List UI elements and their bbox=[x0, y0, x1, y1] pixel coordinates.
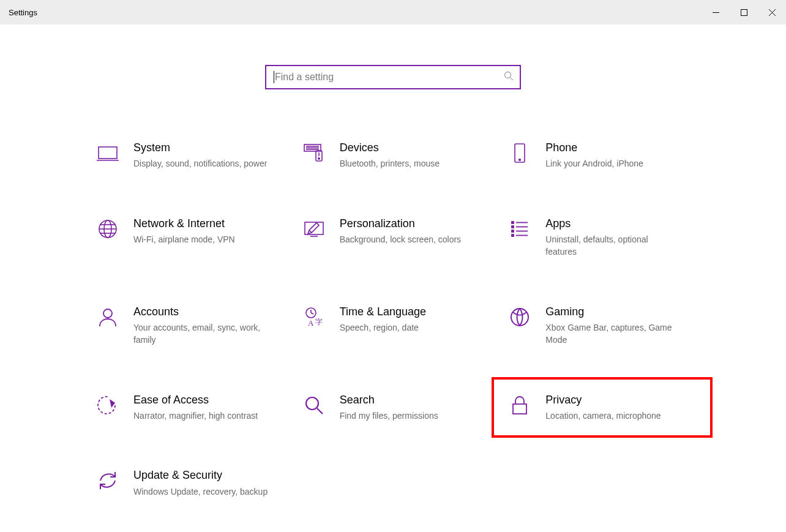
tile-title: System bbox=[133, 141, 267, 155]
tile-title: Privacy bbox=[545, 393, 661, 407]
svg-rect-41 bbox=[513, 404, 526, 414]
category-phone[interactable]: Phone Link your Android, iPhone bbox=[505, 138, 699, 173]
tile-desc: Find my files, permissions bbox=[340, 410, 438, 422]
category-devices[interactable]: Devices Bluetooth, printers, mouse bbox=[299, 138, 493, 173]
category-personalization[interactable]: Personalization Background, lock screen,… bbox=[299, 214, 493, 261]
svg-rect-30 bbox=[512, 234, 514, 236]
search-container bbox=[0, 65, 786, 89]
svg-point-32 bbox=[103, 309, 112, 318]
search-icon bbox=[504, 71, 514, 83]
tile-desc: Uninstall, defaults, optional features bbox=[545, 233, 680, 258]
svg-rect-22 bbox=[305, 222, 323, 234]
update-icon bbox=[95, 468, 120, 493]
ease-of-access-icon bbox=[95, 393, 120, 418]
category-privacy[interactable]: Privacy Location, camera, microphone bbox=[505, 391, 699, 425]
tile-text: Network & Internet Wi-Fi, airplane mode,… bbox=[133, 217, 235, 246]
tile-text: Ease of Access Narrator, magnifier, high… bbox=[133, 393, 258, 422]
svg-line-40 bbox=[317, 408, 323, 414]
category-search[interactable]: Search Find my files, permissions bbox=[299, 391, 493, 425]
minimize-button[interactable] bbox=[702, 0, 730, 24]
tile-text: Update & Security Windows Update, recove… bbox=[133, 468, 268, 498]
gaming-icon bbox=[507, 305, 532, 329]
text-caret bbox=[274, 71, 274, 83]
tile-text: Search Find my files, permissions bbox=[340, 393, 438, 422]
svg-rect-6 bbox=[99, 147, 117, 159]
tile-desc: Link your Android, iPhone bbox=[545, 157, 643, 170]
svg-text:字: 字 bbox=[315, 318, 323, 326]
search-box[interactable] bbox=[265, 65, 521, 89]
tile-desc: Windows Update, recovery, backup bbox=[133, 485, 268, 498]
tile-text: Devices Bluetooth, printers, mouse bbox=[340, 141, 440, 170]
globe-icon bbox=[95, 217, 120, 241]
tile-text: Gaming Xbox Game Bar, captures, Game Mod… bbox=[545, 305, 680, 347]
svg-rect-1 bbox=[741, 9, 747, 15]
tile-text: Accounts Your accounts, email, sync, wor… bbox=[133, 305, 268, 347]
tile-title: Personalization bbox=[340, 217, 461, 231]
category-network[interactable]: Network & Internet Wi-Fi, airplane mode,… bbox=[93, 214, 287, 261]
time-language-icon: A 字 bbox=[302, 305, 326, 329]
tile-desc: Wi-Fi, airplane mode, VPN bbox=[133, 233, 235, 245]
tile-desc: Display, sound, notifications, power bbox=[133, 157, 267, 170]
apps-icon bbox=[507, 217, 532, 241]
tile-desc: Speech, region, date bbox=[340, 321, 426, 334]
tile-title: Devices bbox=[340, 141, 440, 155]
accounts-icon bbox=[95, 305, 120, 329]
tile-title: Search bbox=[340, 393, 438, 407]
category-apps[interactable]: Apps Uninstall, defaults, optional featu… bbox=[505, 214, 699, 261]
svg-point-16 bbox=[519, 159, 521, 161]
category-gaming[interactable]: Gaming Xbox Game Bar, captures, Game Mod… bbox=[505, 302, 699, 349]
svg-line-35 bbox=[311, 313, 313, 314]
tile-title: Time & Language bbox=[340, 305, 426, 319]
tile-title: Ease of Access bbox=[133, 393, 258, 407]
tile-text: Phone Link your Android, iPhone bbox=[545, 141, 643, 170]
window-title: Settings bbox=[9, 8, 37, 17]
maximize-button[interactable] bbox=[730, 0, 758, 24]
tile-title: Accounts bbox=[133, 305, 268, 319]
tile-desc: Background, lock screen, colors bbox=[340, 233, 461, 245]
category-system[interactable]: System Display, sound, notifications, po… bbox=[93, 138, 287, 173]
tile-desc: Narrator, magnifier, high contrast bbox=[133, 410, 258, 422]
svg-point-14 bbox=[318, 158, 319, 159]
svg-point-4 bbox=[505, 72, 511, 78]
svg-rect-26 bbox=[512, 226, 514, 228]
titlebar: Settings bbox=[0, 0, 786, 24]
svg-text:A: A bbox=[308, 318, 314, 328]
tile-text: System Display, sound, notifications, po… bbox=[133, 141, 267, 170]
tile-desc: Bluetooth, printers, mouse bbox=[340, 157, 440, 170]
svg-rect-24 bbox=[512, 222, 514, 223]
tile-title: Network & Internet bbox=[133, 217, 235, 231]
tile-text: Personalization Background, lock screen,… bbox=[340, 217, 461, 246]
tile-title: Gaming bbox=[545, 305, 680, 319]
tile-desc: Location, camera, microphone bbox=[545, 410, 661, 422]
devices-icon bbox=[302, 141, 326, 165]
lock-icon bbox=[507, 393, 532, 418]
close-button[interactable] bbox=[758, 0, 786, 24]
tile-title: Apps bbox=[545, 217, 680, 231]
tile-desc: Xbox Game Bar, captures, Game Mode bbox=[545, 321, 680, 347]
svg-point-39 bbox=[306, 397, 318, 410]
tile-title: Update & Security bbox=[133, 468, 268, 482]
personalization-icon bbox=[302, 217, 326, 241]
category-accounts[interactable]: Accounts Your accounts, email, sync, wor… bbox=[93, 302, 287, 349]
phone-icon bbox=[507, 141, 532, 165]
tile-text: Privacy Location, camera, microphone bbox=[545, 393, 661, 422]
svg-line-5 bbox=[511, 78, 514, 81]
search-input[interactable] bbox=[274, 71, 504, 83]
search-category-icon bbox=[302, 393, 326, 418]
tile-text: Time & Language Speech, region, date bbox=[340, 305, 426, 334]
tile-desc: Your accounts, email, sync, work, family bbox=[133, 321, 268, 347]
svg-point-38 bbox=[511, 309, 528, 326]
tile-text: Apps Uninstall, defaults, optional featu… bbox=[545, 217, 680, 258]
category-ease-of-access[interactable]: Ease of Access Narrator, magnifier, high… bbox=[93, 391, 287, 425]
window-controls bbox=[702, 0, 786, 24]
svg-rect-28 bbox=[512, 230, 514, 232]
category-time-language[interactable]: A 字 Time & Language Speech, region, date bbox=[299, 302, 493, 349]
system-icon bbox=[95, 141, 120, 165]
tile-title: Phone bbox=[545, 141, 643, 155]
settings-grid: System Display, sound, notifications, po… bbox=[87, 138, 699, 500]
category-update-security[interactable]: Update & Security Windows Update, recove… bbox=[93, 466, 287, 500]
